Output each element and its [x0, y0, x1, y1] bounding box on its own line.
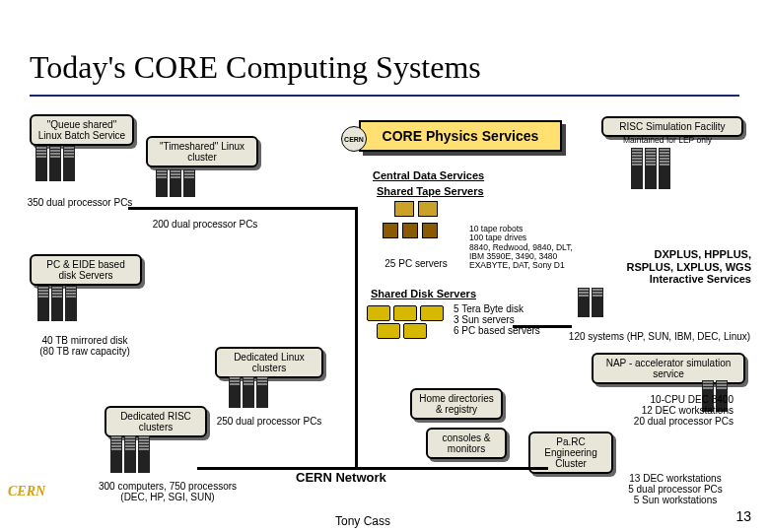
connector — [513, 325, 572, 328]
queue-shared-note: 350 dual processor PCs — [26, 197, 134, 208]
disk-details: 5 Tera Byte disk 3 Sun servers 6 PC base… — [454, 303, 562, 336]
page-number: 13 — [735, 508, 751, 524]
dxplus-label: DXPLUS, HPPLUS, RSPLUS, LXPLUS, WGS Inte… — [613, 248, 751, 286]
risc-sim-note: Maintained for LEP only — [605, 136, 730, 145]
timeshared-box: "Timeshared" Linux cluster — [146, 136, 258, 167]
mirrored-note: 40 TB mirrored disk (80 TB raw capacity) — [26, 335, 144, 357]
dedicated-linux-box: Dedicated Linux clusters — [215, 347, 323, 378]
systems-120: 120 systems (HP, SUN, IBM, DEC, Linux) — [562, 331, 757, 342]
risc-sim-box: RISC Simulation Facility — [601, 116, 743, 137]
home-box: Home directories & registry — [410, 388, 503, 420]
consoles-box: consoles & monitors — [426, 428, 507, 459]
queue-shared-box: "Queue shared" Linux Batch Service — [30, 114, 134, 146]
tape-servers-label: 25 PC servers — [377, 258, 455, 269]
connector — [128, 207, 355, 210]
central-data-heading: Central Data Services — [373, 169, 484, 182]
shared-tape-heading: Shared Tape Servers — [377, 185, 484, 198]
shared-disk-heading: Shared Disk Servers — [371, 288, 476, 300]
nap-note: 10-CPU DEC 8400 12 DEC workstations 20 d… — [595, 394, 734, 427]
timeshared-note: 200 dual processor PCs — [146, 219, 264, 230]
page-title: Today's CORE Computing Systems — [30, 49, 481, 86]
title-underline — [30, 95, 739, 97]
connector — [197, 467, 548, 470]
cern-badge: CERN — [341, 126, 367, 152]
pc-eide-box: PC & EIDE based disk Servers — [30, 254, 142, 286]
author-footer: Tony Cass — [335, 514, 390, 528]
tape-details: 10 tape robots 100 tape drives 8840, Red… — [469, 225, 607, 271]
dedicated-risc-box: Dedicated RISC clusters — [105, 406, 207, 437]
parc-note: 13 DEC workstations 5 dual processor PCs… — [611, 473, 739, 505]
cern-network-label: CERN Network — [296, 471, 386, 486]
cern-logo: CERN — [8, 485, 63, 518]
connector — [355, 207, 358, 467]
core-physics-banner: CORE Physics Services — [359, 120, 562, 152]
risc-note: 300 computers, 750 processors (DEC, HP, … — [89, 481, 246, 502]
dedicated-linux-note: 250 dual processor PCs — [205, 416, 333, 427]
